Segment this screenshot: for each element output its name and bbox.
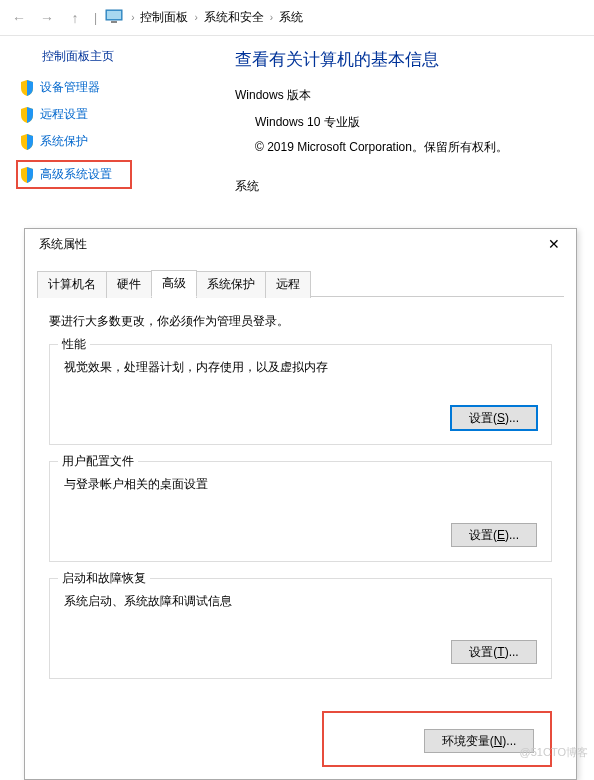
sidebar-item-label: 设备管理器 (40, 79, 100, 96)
shield-icon (20, 134, 34, 150)
env-button-row: 环境变量(N)... (25, 711, 576, 767)
svg-rect-2 (111, 21, 117, 23)
performance-group: 性能 视觉效果，处理器计划，内存使用，以及虚拟内存 设置(S)... (49, 344, 552, 445)
close-button[interactable]: ✕ (540, 234, 568, 254)
sidebar-title[interactable]: 控制面板主页 (20, 48, 155, 65)
highlight-annotation: 环境变量(N)... (322, 711, 552, 767)
sidebar-item-remote[interactable]: 远程设置 (20, 106, 155, 123)
profile-settings-button[interactable]: 设置(E)... (451, 523, 537, 547)
chevron-icon[interactable]: › (194, 12, 197, 23)
svg-rect-1 (107, 11, 121, 19)
user-profile-group: 用户配置文件 与登录帐户相关的桌面设置 设置(E)... (49, 461, 552, 562)
chevron-icon[interactable]: › (270, 12, 273, 23)
up-arrow-icon[interactable]: ↑ (64, 7, 86, 29)
group-title: 性能 (58, 336, 90, 353)
sidebar-item-advanced[interactable]: 高级系统设置 (20, 166, 112, 183)
tab-content: 要进行大多数更改，你必须作为管理员登录。 性能 视觉效果，处理器计划，内存使用，… (25, 297, 576, 711)
group-title: 用户配置文件 (58, 453, 138, 470)
group-title: 启动和故障恢复 (58, 570, 150, 587)
tab-remote[interactable]: 远程 (265, 271, 311, 298)
breadcrumb-item[interactable]: 控制面板 (140, 9, 188, 26)
shield-icon (20, 107, 34, 123)
sidebar: 控制面板主页 设备管理器 远程设置 系统保护 高级系统设置 (0, 48, 155, 195)
sidebar-item-label: 系统保护 (40, 133, 88, 150)
environment-variables-button[interactable]: 环境变量(N)... (424, 729, 534, 753)
group-desc: 与登录帐户相关的桌面设置 (64, 476, 537, 493)
page-title: 查看有关计算机的基本信息 (235, 48, 574, 71)
system-section-label: 系统 (235, 178, 574, 195)
tab-hardware[interactable]: 硬件 (106, 271, 152, 298)
sidebar-item-device-manager[interactable]: 设备管理器 (20, 79, 155, 96)
highlight-annotation: 高级系统设置 (16, 160, 132, 189)
content-pane: 查看有关计算机的基本信息 Windows 版本 Windows 10 专业版 ©… (155, 48, 594, 195)
sidebar-item-protection[interactable]: 系统保护 (20, 133, 155, 150)
startup-recovery-group: 启动和故障恢复 系统启动、系统故障和调试信息 设置(T)... (49, 578, 552, 679)
tab-advanced[interactable]: 高级 (151, 270, 197, 297)
pc-icon (105, 9, 123, 26)
admin-note: 要进行大多数更改，你必须作为管理员登录。 (49, 313, 552, 330)
dialog-title: 系统属性 (39, 236, 87, 253)
chevron-icon[interactable]: › (131, 12, 134, 23)
breadcrumb-item[interactable]: 系统 (279, 9, 303, 26)
breadcrumb-item[interactable]: 系统和安全 (204, 9, 264, 26)
performance-settings-button[interactable]: 设置(S)... (451, 406, 537, 430)
group-desc: 视觉效果，处理器计划，内存使用，以及虚拟内存 (64, 359, 537, 376)
windows-edition-value: Windows 10 专业版 (255, 114, 574, 131)
back-arrow-icon[interactable]: ← (8, 7, 30, 29)
shield-icon (20, 80, 34, 96)
sidebar-item-label: 高级系统设置 (40, 166, 112, 183)
copyright-text: © 2019 Microsoft Corporation。保留所有权利。 (255, 139, 574, 156)
startup-settings-button[interactable]: 设置(T)... (451, 640, 537, 664)
group-desc: 系统启动、系统故障和调试信息 (64, 593, 537, 610)
tab-computer-name[interactable]: 计算机名 (37, 271, 107, 298)
address-bar: ← → ↑ | › 控制面板 › 系统和安全 › 系统 (0, 0, 594, 36)
system-properties-dialog: 系统属性 ✕ 计算机名 硬件 高级 系统保护 远程 要进行大多数更改，你必须作为… (24, 228, 577, 780)
tab-system-protection[interactable]: 系统保护 (196, 271, 266, 298)
tab-strip: 计算机名 硬件 高级 系统保护 远程 (37, 269, 564, 297)
sidebar-item-label: 远程设置 (40, 106, 88, 123)
dialog-titlebar: 系统属性 ✕ (25, 229, 576, 259)
windows-edition-label: Windows 版本 (235, 87, 574, 104)
breadcrumb: › 控制面板 › 系统和安全 › 系统 (129, 9, 303, 26)
separator: | (94, 11, 97, 25)
forward-arrow-icon: → (36, 7, 58, 29)
watermark: @51CTO博客 (520, 745, 588, 760)
shield-icon (20, 167, 34, 183)
